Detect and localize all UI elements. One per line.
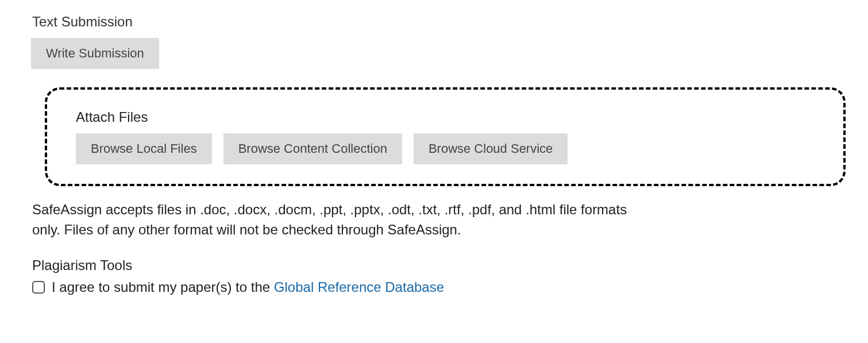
global-reference-database-link[interactable]: Global Reference Database: [274, 279, 444, 295]
write-submission-button[interactable]: Write Submission: [31, 38, 159, 69]
plagiarism-consent-prefix: I agree to submit my paper(s) to the: [52, 279, 274, 295]
plagiarism-consent-row: I agree to submit my paper(s) to the Glo…: [32, 279, 836, 295]
browse-local-files-button[interactable]: Browse Local Files: [76, 133, 212, 164]
plagiarism-tools-label: Plagiarism Tools: [32, 257, 836, 273]
browse-cloud-service-button[interactable]: Browse Cloud Service: [414, 133, 568, 164]
attach-files-dropzone[interactable]: Attach Files Browse Local Files Browse C…: [45, 87, 846, 186]
plagiarism-consent-text: I agree to submit my paper(s) to the Glo…: [52, 279, 444, 295]
attach-files-button-row: Browse Local Files Browse Content Collec…: [76, 133, 828, 164]
plagiarism-consent-checkbox[interactable]: [32, 281, 45, 294]
attach-files-label: Attach Files: [76, 109, 828, 125]
text-submission-label: Text Submission: [32, 14, 836, 30]
safeassign-info-text: SafeAssign accepts files in .doc, .docx,…: [32, 200, 641, 240]
browse-content-collection-button[interactable]: Browse Content Collection: [223, 133, 402, 164]
